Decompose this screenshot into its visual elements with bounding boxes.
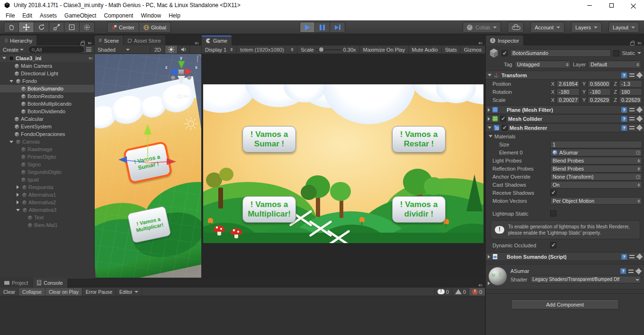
object-picker-icon[interactable] [636,175,640,179]
component-enabled-checkbox[interactable] [500,116,506,122]
static-dropdown-icon[interactable] [637,52,641,54]
console-log-area[interactable] [0,296,485,335]
scale-slider[interactable] [316,49,341,50]
hierarchy-item[interactable]: Signo [0,161,94,168]
preset-icon[interactable] [629,254,635,259]
materials-foldout-icon[interactable] [489,135,492,137]
foldout-icon[interactable] [17,185,19,189]
hierarchy-item[interactable]: EventSystem [0,123,94,130]
hierarchy-item[interactable]: Fondo [0,77,94,85]
hierarchy-item[interactable]: SegundoDigito [0,168,94,176]
axis-x-cone[interactable] [185,68,193,75]
anchor-override-field[interactable]: None (Transform) [550,173,642,181]
move-tool-button[interactable] [19,22,34,33]
menu-edit[interactable]: Edit [18,12,36,19]
projection-indicator[interactable]: Iso [178,94,189,99]
foldout-icon[interactable] [9,141,13,143]
transform-component-header[interactable]: Transform ? [486,71,644,80]
scale-z-field[interactable]: 0.22629 [619,96,642,104]
position-z-field[interactable]: -1.3 [619,80,642,88]
hierarchy-item[interactable]: FondoOperaciones [0,130,94,138]
lock-icon[interactable] [80,42,85,45]
scale-tool-button[interactable] [49,22,64,33]
cast-shadows-dropdown[interactable]: On [550,181,642,189]
layers-dropdown[interactable]: Layers [571,22,602,33]
gizmo-center-cube[interactable] [178,69,184,75]
maximize-button[interactable] [600,0,622,10]
gear-icon[interactable] [637,72,642,78]
menu-component[interactable]: Component [100,12,137,19]
hierarchy-item[interactable]: Igual [0,176,94,183]
foldout-icon[interactable] [17,200,19,204]
motion-vectors-dropdown[interactable]: Per Object Motion [550,197,642,205]
tab-scene[interactable]: #Scene [95,36,123,45]
preset-icon[interactable] [629,126,635,130]
tab-project[interactable]: Project [0,278,32,288]
hierarchy-item[interactable]: Main Camera [0,62,94,70]
dynamic-occluded-checkbox[interactable] [550,242,556,248]
component-enabled-checkbox[interactable] [501,125,508,131]
slider-thumb[interactable] [319,47,323,52]
stats-toggle[interactable]: Stats [442,45,461,54]
panel-menu-icon[interactable]: ▾≡ [195,41,198,45]
hierarchy-root-row[interactable]: Clase3_ini ▾≡ [0,54,94,62]
axis-front-cone[interactable] [178,76,185,84]
object-picker-icon[interactable] [636,151,640,155]
menu-file[interactable]: File [2,12,18,19]
help-icon[interactable]: ? [621,116,627,122]
hierarchy-item[interactable]: Respuesta [0,183,94,191]
game-button-sumar[interactable]: ! Vamos a Sumar ! [242,126,296,153]
lightmap-static-checkbox[interactable] [550,210,556,217]
preset-icon[interactable] [629,73,635,77]
help-icon[interactable]: ? [621,107,627,113]
game-viewport[interactable]: ! Vamos a Sumar ! ! Vamos a Restar ! ! V… [202,54,485,278]
account-dropdown[interactable]: Account [530,22,564,33]
help-icon[interactable]: ? [620,268,626,274]
hierarchy-search-input[interactable]: All [29,46,84,53]
preset-icon[interactable] [629,117,635,121]
reflection-probes-dropdown[interactable]: Blend Probes [550,165,642,172]
menu-gameobject[interactable]: GameObject [61,12,100,19]
foldout-collapsed-icon[interactable] [488,108,490,112]
hierarchy-item[interactable]: BotonDividiendo [0,108,94,115]
layer-dropdown[interactable]: Default [588,61,641,68]
scale-control[interactable]: Scale0.30x [297,45,359,54]
lock-icon[interactable] [630,42,635,45]
axis-y-cone[interactable] [178,61,185,69]
hierarchy-item[interactable]: Text [0,214,94,221]
display-dropdown[interactable]: Display 1 [202,45,237,54]
rotate-tool-button[interactable] [34,22,49,33]
shading-mode-dropdown[interactable]: Shaded [95,45,151,54]
panel-menu-icon[interactable]: ▾≡ [637,41,641,45]
foldout-collapsed-icon[interactable] [488,117,490,121]
error-count-toggle[interactable]: 0 [469,288,485,296]
mesh-collider-component-header[interactable]: Mesh Collider ? [486,114,644,123]
add-component-button[interactable]: Add Component [511,299,619,309]
axis-z-cone[interactable] [170,68,177,75]
gear-icon[interactable] [636,269,641,274]
gizmos-dropdown[interactable]: Gizmos [461,45,485,54]
help-icon[interactable]: ? [621,72,627,78]
script-component-header[interactable]: C# Boton Sumando (Script) ? [486,252,644,261]
foldout-expanded-icon[interactable] [488,74,492,76]
help-icon[interactable]: ? [621,254,627,260]
help-icon[interactable]: ? [621,125,627,131]
rotation-x-field[interactable]: -180 [556,88,580,96]
collapse-toggle[interactable]: Collapse [19,288,45,296]
hierarchy-item[interactable]: Directional Light [0,70,94,77]
materials-size-field[interactable]: 1 [550,141,642,148]
menu-window[interactable]: Window [137,12,165,19]
cloud-button[interactable] [508,22,524,33]
hierarchy-item[interactable]: Alternativa3 [0,206,94,214]
preset-icon[interactable] [629,108,635,112]
tab-inspector[interactable]: iInspector [486,36,523,45]
tab-console[interactable]: Console [33,278,67,288]
tab-asset-store[interactable]: Asset Store [124,36,165,45]
material-foldout-icon[interactable] [488,281,490,285]
clear-on-play-toggle[interactable]: Clear on Play [45,288,82,296]
panel-menu-icon[interactable]: ▾≡ [88,41,91,45]
hierarchy-item[interactable]: ACalcular [0,115,94,123]
hierarchy-sort-icon[interactable] [86,47,91,52]
tab-hierarchy[interactable]: ☰Hierarchy [0,36,36,45]
light-probes-dropdown[interactable]: Blend Probes [550,157,642,164]
